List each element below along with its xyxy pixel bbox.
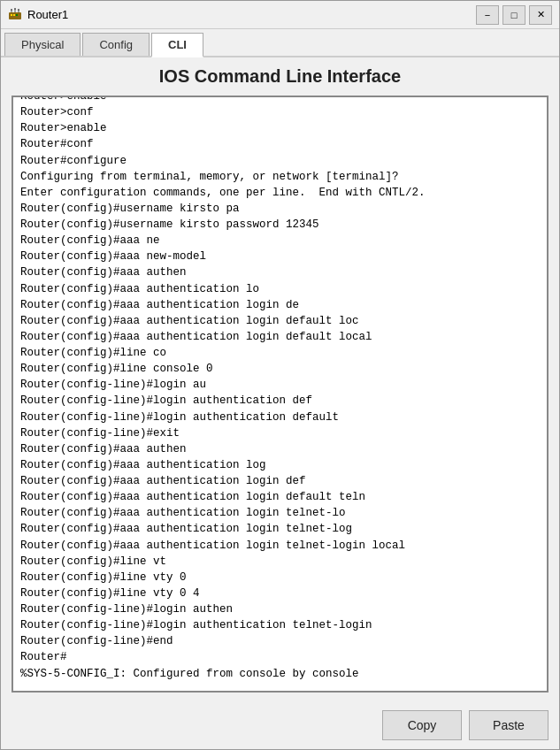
svg-point-8 xyxy=(14,8,16,10)
close-button[interactable]: ✕ xyxy=(529,5,552,25)
router-icon xyxy=(8,8,22,22)
title-bar-left: Router1 xyxy=(8,8,68,22)
title-bar-controls: − □ ✕ xyxy=(476,5,552,25)
tab-cli[interactable]: CLI xyxy=(151,33,203,57)
terminal-scroll[interactable]: Router>enable Router>conf Router>enable … xyxy=(13,97,547,691)
svg-point-9 xyxy=(18,9,19,11)
tab-physical[interactable]: Physical xyxy=(4,33,81,56)
svg-point-7 xyxy=(11,9,12,11)
main-window: Router1 − □ ✕ Physical Config CLI IOS Co… xyxy=(0,0,560,750)
tab-bar: Physical Config CLI xyxy=(1,29,559,57)
terminal-container: Router>enable Router>conf Router>enable … xyxy=(12,96,548,693)
tab-config[interactable]: Config xyxy=(82,33,150,56)
svg-rect-3 xyxy=(16,14,18,16)
svg-rect-1 xyxy=(11,14,12,16)
maximize-button[interactable]: □ xyxy=(502,5,525,25)
content-area: IOS Command Line Interface Router>enable… xyxy=(1,57,559,701)
terminal-text: Router>enable Router>conf Router>enable … xyxy=(13,97,547,691)
button-bar: Copy Paste xyxy=(1,701,559,749)
minimize-button[interactable]: − xyxy=(476,5,499,25)
title-bar: Router1 − □ ✕ xyxy=(1,1,559,29)
svg-rect-2 xyxy=(13,14,15,16)
page-title: IOS Command Line Interface xyxy=(12,66,548,87)
window-title: Router1 xyxy=(27,8,68,21)
paste-button[interactable]: Paste xyxy=(469,710,548,740)
copy-button[interactable]: Copy xyxy=(382,710,462,740)
